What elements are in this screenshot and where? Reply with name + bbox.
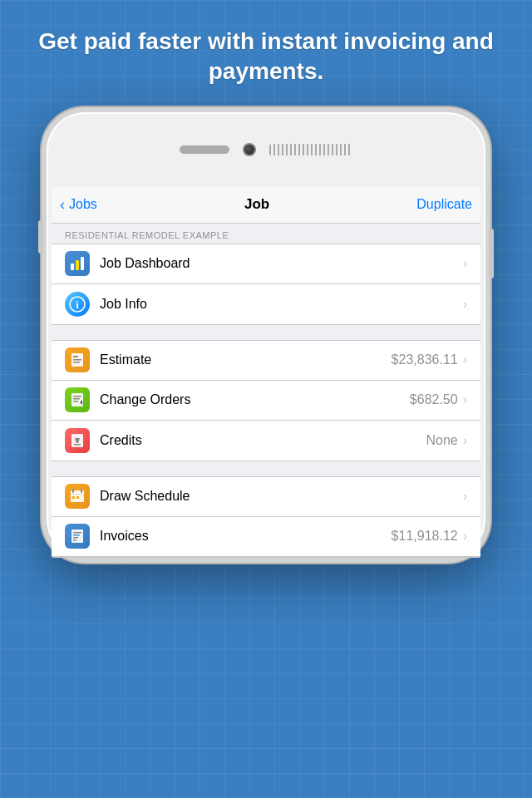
svg-rect-8 xyxy=(73,362,80,363)
group-spacer xyxy=(52,325,480,340)
svg-rect-20 xyxy=(76,496,79,499)
svg-rect-7 xyxy=(73,359,81,361)
svg-rect-2 xyxy=(81,257,84,270)
estimate-value: $23,836.11 xyxy=(392,352,458,367)
svg-text:i: i xyxy=(76,298,79,311)
list-item[interactable]: Change Orders $682.50 › xyxy=(52,381,480,421)
group-schedule: Draw Schedule › Invoices $11,918.12 › xyxy=(52,476,480,558)
chevron-right-icon: › xyxy=(463,489,467,504)
job-dashboard-label: Job Dashboard xyxy=(100,256,463,271)
group-financials: Estimate $23,836.11 › Change Orders $682… xyxy=(52,340,480,461)
invoices-value: $11,918.12 xyxy=(392,529,458,544)
navigation-bar: ‹ Jobs Job Duplicate xyxy=(52,187,480,224)
draw-schedule-icon xyxy=(65,484,90,509)
duplicate-button[interactable]: Duplicate xyxy=(416,197,472,212)
list-item[interactable]: Job Dashboard › xyxy=(52,244,480,284)
tagline: Get paid faster with instant invoicing a… xyxy=(0,0,532,107)
back-button[interactable]: ‹ Jobs xyxy=(60,196,97,214)
speaker-grill-icon xyxy=(269,144,352,155)
list-item[interactable]: Estimate $23,836.11 › xyxy=(52,341,480,381)
list-item[interactable]: i Job Info › xyxy=(52,284,480,324)
job-info-icon: i xyxy=(65,292,90,317)
phone-screen: ‹ Jobs Job Duplicate RESIDENTIAL REMODEL… xyxy=(52,187,480,558)
list-item[interactable]: Draw Schedule › xyxy=(52,477,480,517)
estimate-icon xyxy=(65,347,90,372)
svg-rect-21 xyxy=(71,530,83,543)
credits-label: Credits xyxy=(100,433,426,448)
section-header: RESIDENTIAL REMODEL EXAMPLE xyxy=(52,224,480,244)
svg-rect-6 xyxy=(73,356,78,357)
invoices-label: Invoices xyxy=(100,529,392,544)
camera-icon xyxy=(243,143,256,156)
draw-schedule-label: Draw Schedule xyxy=(100,489,463,504)
chevron-right-icon: › xyxy=(463,297,467,312)
svg-rect-16 xyxy=(72,489,74,493)
svg-rect-22 xyxy=(73,532,81,534)
group-basic: Job Dashboard › i Job Info › xyxy=(52,244,480,325)
svg-rect-11 xyxy=(73,398,80,400)
svg-rect-9 xyxy=(71,393,83,406)
svg-rect-12 xyxy=(73,401,78,402)
back-label: Jobs xyxy=(69,197,97,212)
svg-rect-19 xyxy=(72,496,75,499)
job-info-label: Job Info xyxy=(100,297,463,312)
speaker-slot-icon xyxy=(180,145,229,154)
nav-title: Job xyxy=(244,196,269,213)
phone-shell: ‹ Jobs Job Duplicate RESIDENTIAL REMODEL… xyxy=(42,107,490,563)
svg-rect-17 xyxy=(81,489,82,493)
svg-rect-0 xyxy=(71,264,74,270)
phone-top-bezel xyxy=(47,112,485,187)
credits-icon xyxy=(65,428,90,453)
chevron-right-icon: › xyxy=(463,392,467,407)
back-chevron-icon: ‹ xyxy=(60,196,65,214)
svg-rect-24 xyxy=(73,537,78,539)
estimate-label: Estimate xyxy=(100,352,392,367)
job-dashboard-icon xyxy=(65,251,90,276)
chevron-right-icon: › xyxy=(463,529,467,544)
svg-rect-25 xyxy=(73,539,76,541)
chevron-right-icon: › xyxy=(463,256,467,271)
svg-rect-23 xyxy=(73,534,80,536)
svg-rect-18 xyxy=(71,494,84,495)
chevron-right-icon: › xyxy=(463,433,467,448)
svg-rect-10 xyxy=(73,396,81,397)
change-orders-value: $682.50 xyxy=(410,392,458,407)
chevron-right-icon: › xyxy=(463,352,467,367)
group-spacer-2 xyxy=(52,461,480,476)
list-item[interactable]: Invoices $11,918.12 › xyxy=(52,517,480,557)
svg-rect-14 xyxy=(74,444,81,446)
credits-value: None xyxy=(426,433,457,448)
change-orders-icon xyxy=(65,387,90,412)
invoices-icon xyxy=(65,524,90,549)
change-orders-label: Change Orders xyxy=(100,392,410,407)
svg-rect-1 xyxy=(76,260,79,270)
list-item[interactable]: Credits None › xyxy=(52,421,480,461)
